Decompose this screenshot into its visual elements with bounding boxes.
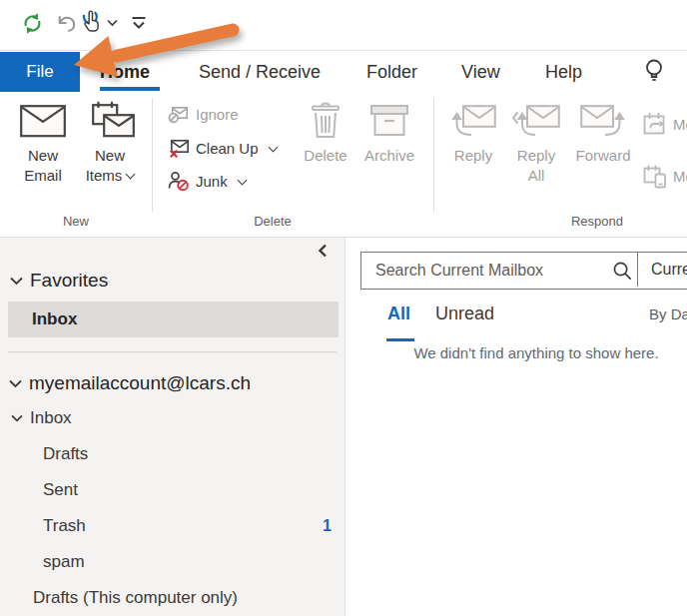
tab-home[interactable]: Home [100, 52, 150, 92]
tab-folder[interactable]: Folder [366, 52, 417, 92]
archive-label: Archive [364, 146, 414, 166]
reply-all-label: Reply All [513, 146, 559, 186]
delete-button[interactable]: Delete [298, 96, 353, 214]
folder-item-spam[interactable]: spam [43, 550, 85, 574]
meeting-button[interactable]: Meeting [643, 112, 687, 137]
reply-icon [450, 96, 496, 146]
folder-item-inbox[interactable]: Inbox [11, 406, 72, 430]
folder-item-drafts-this-computer[interactable]: Drafts (This computer only) [33, 586, 238, 610]
sort-by-date-dropdown[interactable]: By Date [649, 306, 687, 322]
new-email-label: New Email [19, 146, 67, 186]
tab-file[interactable]: File [0, 52, 80, 92]
group-label-delete: Delete [168, 214, 377, 229]
junk-button[interactable]: Junk [168, 171, 246, 192]
folder-item-sent[interactable]: Sent [43, 478, 78, 502]
outlook-window: File Home Send / Receive Folder View Hel… [0, 0, 687, 616]
meeting-label: Meeting [673, 116, 687, 133]
active-filter-underline [386, 338, 414, 341]
customize-quick-access-toolbar-icon[interactable] [130, 15, 148, 32]
active-tab-underline [100, 87, 160, 91]
delete-label: Delete [304, 146, 346, 166]
send-receive-sync-icon[interactable] [21, 12, 44, 35]
forward-button[interactable]: Forward [571, 96, 635, 214]
folder-item-trash[interactable]: Trash [43, 514, 86, 538]
meeting-icon [643, 112, 667, 137]
new-items-icon [85, 96, 135, 146]
more-respond-label: More [673, 168, 687, 185]
account-header[interactable]: myemailaccount@lcars.ch [9, 372, 251, 394]
folder-trash-label: Trash [43, 516, 86, 536]
favorites-inbox-item-selected[interactable]: Inbox [8, 302, 339, 337]
forward-icon [580, 96, 626, 146]
quick-access-toolbar [0, 0, 687, 50]
tab-send-receive[interactable]: Send / Receive [199, 52, 321, 92]
ribbon-tab-strip: File Home Send / Receive Folder View Hel… [0, 52, 687, 92]
search-magnifier-icon[interactable] [611, 260, 634, 283]
chevron-down-icon [9, 379, 22, 388]
search-bar: Current Mailbox [360, 252, 687, 290]
search-scope-dropdown[interactable]: Current Mailbox [651, 253, 687, 287]
folder-pane: Favorites Inbox myemailaccount@lcars.ch … [0, 238, 345, 616]
more-respond-button[interactable]: More [643, 164, 687, 189]
group-divider [433, 98, 434, 212]
folder-inbox-label: Inbox [30, 408, 72, 428]
trash-unread-count-badge: 1 [312, 514, 332, 538]
new-email-button[interactable]: New Email [12, 96, 74, 214]
junk-icon [168, 171, 190, 192]
reply-all-button[interactable]: Reply All [509, 96, 563, 214]
empty-folder-message: We didn't find anything to show here. [386, 344, 686, 361]
sidebar-divider [8, 351, 337, 352]
folder-drafts-this-computer-label: Drafts (This computer only) [33, 588, 238, 608]
delete-trash-icon [309, 96, 343, 146]
folder-sent-label: Sent [43, 480, 78, 500]
search-scope-divider [637, 253, 638, 287]
filter-tab-all[interactable]: All [387, 304, 410, 324]
junk-label: Junk [196, 173, 228, 190]
junk-dropdown-chevron-icon [237, 175, 247, 185]
reply-all-icon [512, 96, 560, 146]
folder-drafts-label: Drafts [43, 444, 88, 464]
message-list-pane: Current Mailbox All Unread By Date We di… [346, 238, 687, 616]
new-email-envelope-icon [20, 96, 66, 146]
clean-up-dropdown-chevron-icon [268, 142, 278, 152]
more-respond-icon [643, 164, 667, 189]
touch-mouse-mode-icon[interactable] [80, 8, 105, 35]
ribbon: New Email New Items New [0, 92, 687, 237]
undo-icon[interactable] [54, 12, 77, 35]
favorites-header[interactable]: Favorites [10, 270, 108, 292]
collapse-folder-pane-chevron-icon[interactable] [318, 244, 328, 258]
ignore-icon [168, 104, 190, 125]
tab-view[interactable]: View [461, 52, 500, 92]
archive-box-icon [369, 96, 409, 146]
new-items-dropdown-chevron-icon [126, 170, 136, 180]
new-items-label: New Items [82, 146, 138, 186]
clean-up-button[interactable]: Clean Up [168, 138, 277, 159]
clean-up-icon [168, 138, 190, 159]
search-input[interactable] [373, 253, 597, 289]
favorites-inbox-label: Inbox [32, 309, 77, 329]
group-divider [152, 98, 153, 212]
group-label-respond: Respond [447, 214, 687, 229]
account-label: myemailaccount@lcars.ch [29, 372, 251, 394]
new-items-button[interactable]: New Items [78, 96, 142, 214]
tell-me-lightbulb-icon[interactable] [643, 58, 665, 86]
folder-spam-label: spam [43, 552, 85, 572]
tab-help[interactable]: Help [545, 52, 582, 92]
reply-label: Reply [454, 146, 492, 166]
ignore-label: Ignore [196, 106, 239, 123]
chevron-down-icon [11, 414, 23, 422]
group-label-new: New [10, 214, 142, 229]
titlebar-divider [0, 50, 687, 51]
folder-item-drafts[interactable]: Drafts [43, 442, 88, 466]
touch-mode-dropdown-chevron-icon[interactable] [107, 19, 118, 27]
favorites-label: Favorites [30, 270, 108, 292]
reply-button[interactable]: Reply [447, 96, 499, 214]
archive-button[interactable]: Archive [357, 96, 421, 214]
ignore-button[interactable]: Ignore [168, 104, 239, 125]
forward-label: Forward [575, 146, 630, 166]
filter-tab-unread[interactable]: Unread [435, 304, 494, 324]
chevron-down-icon [10, 277, 23, 286]
clean-up-label: Clean Up [196, 140, 259, 157]
